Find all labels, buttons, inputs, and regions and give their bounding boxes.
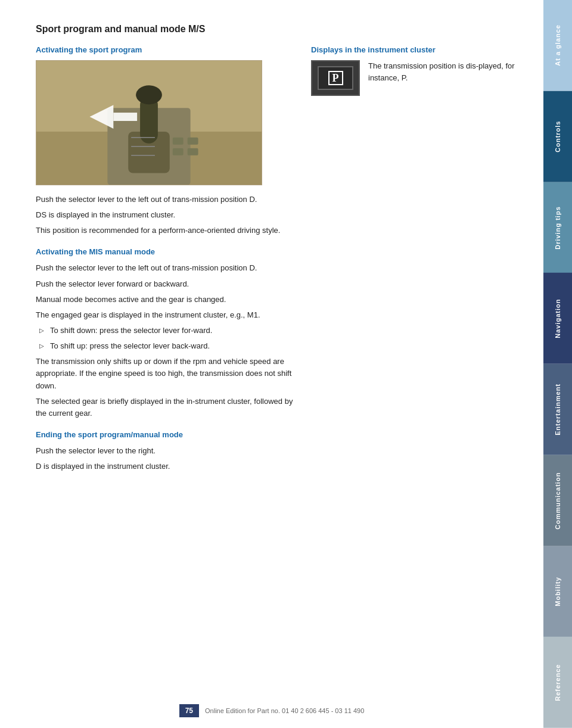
sport-para-1: Push the selector lever to the left out … — [36, 194, 293, 206]
manual-para-2: Push the selector lever forward or backw… — [36, 278, 293, 290]
manual-bullet-2: To shift up: press the selector lever ba… — [36, 340, 293, 352]
right-sidebar: At a glance Controls Driving tips Naviga… — [543, 0, 572, 728]
gear-shifter-svg — [36, 60, 262, 185]
instrument-display-image: P — [311, 60, 360, 96]
section-heading-ending: Ending the sport program/manual mode — [36, 430, 293, 439]
sidebar-tab-mobility[interactable]: Mobility — [543, 546, 572, 637]
sidebar-tab-at-a-glance[interactable]: At a glance — [543, 0, 572, 91]
left-column: Activating the sport program — [36, 45, 293, 476]
manual-para-6: The selected gear is briefly displayed i… — [36, 396, 293, 419]
svg-point-5 — [136, 85, 162, 104]
manual-bullet-1: To shift down: press the selector lever … — [36, 325, 293, 337]
sidebar-tab-navigation[interactable]: Navigation — [543, 273, 572, 364]
display-section: P The transmission position is dis‑playe… — [311, 60, 526, 102]
sidebar-tab-driving-tips[interactable]: Driving tips — [543, 182, 572, 273]
sidebar-tab-reference[interactable]: Reference — [543, 637, 572, 728]
sidebar-tab-communication[interactable]: Communication — [543, 455, 572, 546]
sport-para-2: DS is displayed in the instrument cluste… — [36, 209, 293, 221]
manual-para-4: The engaged gear is displayed in the ins… — [36, 309, 293, 321]
manual-para-1: Push the selector lever to the left out … — [36, 262, 293, 274]
display-inner: P — [318, 66, 353, 90]
two-column-layout: Activating the sport program — [36, 45, 526, 476]
page-number: 75 — [179, 704, 199, 717]
svg-rect-7 — [113, 113, 137, 121]
svg-rect-12 — [173, 148, 184, 155]
page-title: Sport program and manual mode M/S — [36, 24, 526, 35]
sport-para-3: This position is recommended for a perfo… — [36, 225, 293, 237]
section-heading-manual: Activating the MIS manual mode — [36, 247, 293, 256]
svg-rect-11 — [173, 138, 184, 145]
manual-para-3: Manual mode becomes active and the gear … — [36, 294, 293, 306]
section-heading-displays: Displays in the instrument cluster — [311, 45, 526, 54]
section-heading-sport: Activating the sport program — [36, 45, 293, 54]
ending-para-2: D is displayed in the instrument cluster… — [36, 461, 293, 472]
sidebar-tab-controls[interactable]: Controls — [543, 91, 572, 182]
ending-para-1: Push the selector lever to the right. — [36, 445, 293, 457]
right-column: Displays in the instrument cluster P The… — [311, 45, 526, 476]
page-footer: 75 Online Edition for Part no. 01 40 2 6… — [0, 704, 543, 717]
p-symbol: P — [328, 71, 343, 85]
manual-para-5: The transmission only shifts up or down … — [36, 356, 293, 391]
svg-rect-14 — [188, 148, 198, 155]
footer-text: Online Edition for Part no. 01 40 2 606 … — [205, 707, 364, 714]
sidebar-tab-entertainment[interactable]: Entertainment — [543, 364, 572, 455]
svg-rect-13 — [188, 138, 198, 145]
display-description: The transmission position is dis‑played,… — [368, 60, 526, 84]
gear-image — [36, 60, 262, 185]
